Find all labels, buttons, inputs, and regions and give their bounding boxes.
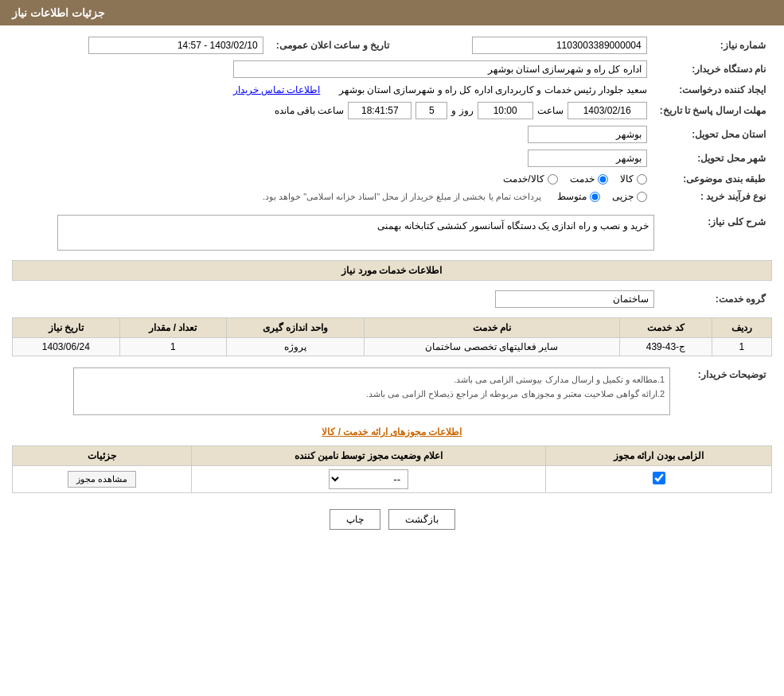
row-unit: پروژه: [227, 338, 364, 356]
permit-status-select[interactable]: --: [329, 469, 408, 489]
back-button[interactable]: بازگشت: [388, 509, 455, 530]
category-kala-label: کالا: [620, 173, 634, 185]
delivery-city-value: بوشهر: [528, 150, 647, 167]
purchase-type-label: نوع فرآیند خرید :: [653, 188, 772, 205]
need-number-value: 1103003389000004: [472, 37, 647, 54]
delivery-province-value: بوشهر: [528, 126, 647, 143]
permits-section-link[interactable]: اطلاعات مجوزهای ارائه خدمت / کالا: [322, 426, 462, 437]
col-date: تاریخ نیاز: [13, 318, 120, 338]
col-service-code: کد خدمت: [619, 318, 712, 338]
permit-table: الزامی بودن ارائه مجوز اعلام وضعیت مجوز …: [12, 445, 772, 493]
row-date: 1403/06/24: [13, 338, 120, 356]
permit-col-status: اعلام وضعیت مجوز توسط نامین کننده: [192, 446, 546, 466]
purchase-type-radio-motes: متوسط: [557, 191, 600, 202]
category-khedmat-label: خدمت: [570, 173, 595, 185]
service-group-label: گروه خدمت:: [661, 287, 772, 311]
purchase-type-note: پرداخت تمام یا بخشی از مبلغ خریدار از مح…: [263, 192, 541, 202]
action-buttons: بازگشت چاپ: [12, 509, 772, 546]
time-label: ساعت: [537, 105, 564, 116]
purchase-type-radio-jozi: جزیی: [612, 191, 647, 202]
permit-col-mandatory: الزامی بودن ارائه مجوز: [546, 446, 772, 466]
purchase-type-motes-label: متوسط: [557, 191, 587, 202]
category-kala-khedmat-label: کالا/خدمت: [503, 173, 544, 185]
page-title: جزئیات اطلاعات نیاز: [12, 6, 105, 19]
services-table: ردیف کد خدمت نام خدمت واحد اندازه گیری ت…: [12, 317, 772, 356]
need-desc-value: خرید و نصب و راه اندازی یک دستگاه آسانسو…: [57, 215, 654, 251]
permit-mandatory-checkbox[interactable]: [653, 472, 665, 484]
announce-datetime-value: 1403/02/10 - 14:57: [88, 37, 263, 54]
creator-value: سعید جلودار رئیس خدمات و کاربرداری اداره…: [339, 84, 647, 95]
col-unit: واحد اندازه گیری: [227, 318, 364, 338]
purchase-type-motes-input[interactable]: [590, 192, 600, 202]
need-number-label: شماره نیاز:: [653, 33, 772, 57]
row-service-name: سایر فعالیتهای تخصصی ساختمان: [364, 338, 619, 356]
view-permit-button[interactable]: مشاهده مجوز: [68, 471, 136, 488]
page-header: جزئیات اطلاعات نیاز: [0, 0, 784, 25]
category-radio-kala: کالا: [620, 173, 647, 185]
delivery-province-label: استان محل تحویل:: [653, 122, 772, 146]
permit-status-cell: --: [192, 466, 546, 493]
response-deadline-label: مهلت ارسال پاسخ تا تاریخ:: [653, 99, 772, 122]
buyer-notes-line1: 1.مطالعه و تکمیل و ارسال مدارک بیوستی ال…: [79, 373, 665, 387]
delivery-city-label: شهر محل تحویل:: [653, 146, 772, 170]
response-time: 10:00: [478, 102, 533, 119]
creator-label: ایجاد کننده درخواست:: [653, 81, 772, 99]
announce-datetime-label: تاریخ و ساعت اعلان عمومی:: [270, 33, 396, 57]
table-row: 1 ج-43-439 سایر فعالیتهای تخصصی ساختمان …: [13, 338, 772, 356]
row-num: 1: [712, 338, 771, 356]
col-service-name: نام خدمت: [364, 318, 619, 338]
buyer-org-label: نام دستگاه خریدار:: [653, 57, 772, 81]
service-group-value: ساختمان: [495, 290, 654, 308]
print-button[interactable]: چاپ: [330, 509, 380, 530]
category-radio-kala-input[interactable]: [637, 174, 647, 185]
buyer-notes-line2: 2.ارائه گواهی صلاحیت معتبر و مجوزهای مرب…: [79, 387, 665, 402]
creator-contact-link[interactable]: اطلاعات تماس خریدار: [233, 84, 321, 95]
category-radio-khedmat-input[interactable]: [598, 174, 608, 185]
days-label: روز و: [451, 105, 473, 116]
col-row-num: ردیف: [712, 318, 771, 338]
buyer-org-value: اداره کل راه و شهرسازی استان بوشهر: [233, 60, 647, 78]
buyer-notes-content: 1.مطالعه و تکمیل و ارسال مدارک بیوستی ال…: [73, 367, 670, 415]
need-desc-label: شرح کلی نیاز:: [661, 212, 772, 254]
permit-row: -- مشاهده مجوز: [13, 466, 772, 493]
days-value: 5: [415, 102, 447, 119]
permit-col-details: جزئیات: [13, 446, 192, 466]
category-radio-kala-khedmat-input[interactable]: [548, 174, 558, 185]
purchase-type-jozi-input[interactable]: [637, 192, 647, 202]
category-radio-kala-khedmat: کالا/خدمت: [503, 173, 557, 185]
permit-details-cell: مشاهده مجوز: [13, 466, 192, 493]
row-quantity: 1: [119, 338, 227, 356]
category-radio-khedmat: خدمت: [570, 173, 608, 185]
service-info-title: اطلاعات خدمات مورد نیاز: [12, 260, 772, 281]
permit-mandatory-cell: [546, 466, 772, 493]
col-quantity: تعداد / مقدار: [119, 318, 227, 338]
remaining-label: ساعت باقی مانده: [275, 105, 345, 116]
response-date: 1403/02/16: [568, 102, 647, 119]
remaining-value: 18:41:57: [348, 102, 412, 119]
buyer-notes-label: توضیحات خریدار:: [677, 364, 772, 418]
purchase-type-jozi-label: جزیی: [612, 191, 634, 202]
row-service-code: ج-43-439: [619, 338, 712, 356]
category-label: طبقه بندی موضوعی:: [653, 170, 772, 188]
